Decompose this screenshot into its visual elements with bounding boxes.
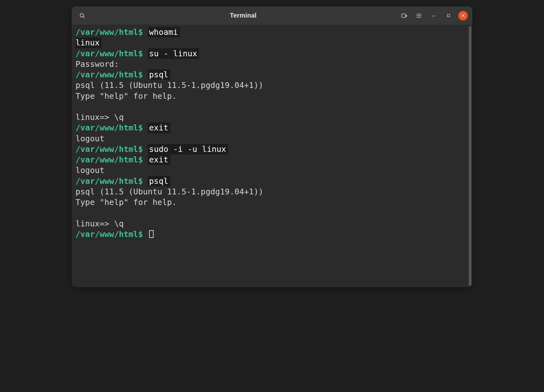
output-line: logout [76,165,467,176]
prompt-line: /var/www/html$ psql [76,69,467,80]
output-line [76,101,467,112]
prompt-line: /var/www/html$ sudo -i -u linux [76,144,467,154]
prompt-line: /var/www/html$ exit [76,122,467,133]
output-line: linux [76,37,467,48]
window-title: Terminal [90,12,396,19]
output-line: psql (11.5 (Ubuntu 11.5-1.pgdg19.04+1)) [76,186,467,197]
output-line: linux=> \q [76,218,467,229]
prompt-line: /var/www/html$ whoami [76,27,467,37]
prompt-line: /var/www/html$ exit [76,154,467,165]
prompt-line: /var/www/html$ psql [76,176,467,186]
terminal-output[interactable]: /var/www/html$ whoamilinux/var/www/html$… [72,25,468,287]
svg-rect-9 [447,14,450,17]
svg-line-1 [83,16,84,18]
output-line: Type "help" for help. [76,197,467,208]
output-line: Password: [76,59,467,69]
prompt-line: /var/www/html$ [76,229,467,239]
close-button[interactable] [458,11,468,20]
scrollbar[interactable] [468,25,472,287]
hamburger-menu-icon[interactable] [414,11,424,20]
svg-rect-2 [402,14,406,18]
terminal-window: Terminal [72,6,472,287]
output-line: linux=> \q [76,112,467,122]
output-line: psql (11.5 (Ubuntu 11.5-1.pgdg19.04+1)) [76,80,467,90]
output-line: Type "help" for help. [76,91,467,101]
prompt-line: /var/www/html$ su - linux [76,48,467,59]
minimize-button[interactable] [429,11,438,20]
scrollbar-thumb[interactable] [469,26,471,286]
search-icon[interactable] [77,11,87,20]
new-tab-icon[interactable] [399,11,409,20]
maximize-button[interactable] [444,11,453,20]
output-line: logout [76,133,467,144]
output-line [76,208,467,218]
titlebar: Terminal [72,6,472,25]
